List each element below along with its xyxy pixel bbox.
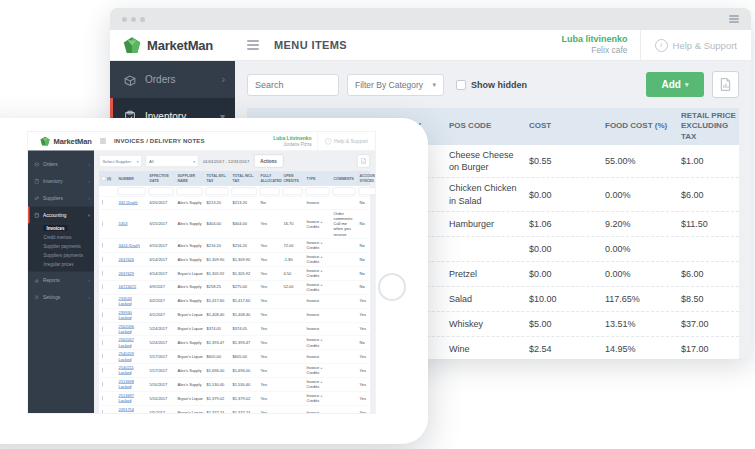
actions-button[interactable]: Actions bbox=[254, 155, 284, 168]
column-header-accounting-synced[interactable]: ACCOUNTING SYNCED bbox=[357, 173, 375, 185]
row-checkbox[interactable] bbox=[102, 243, 103, 249]
select-all-header[interactable]: (0) bbox=[99, 177, 116, 181]
row-checkbox[interactable] bbox=[102, 368, 103, 374]
column-header-total-exl-tax[interactable]: TOTAL EXL. TAX bbox=[204, 173, 230, 185]
help-support-button[interactable]: i Help & Support bbox=[640, 30, 751, 60]
column-header-supplier-name[interactable]: SUPPLIER NAME bbox=[175, 173, 204, 185]
invoice-number-link[interactable]: 2540209 bbox=[119, 352, 135, 357]
row-checkbox[interactable] bbox=[102, 340, 103, 346]
column-header-type[interactable]: TYPE bbox=[304, 175, 331, 182]
filter-input-date[interactable] bbox=[149, 187, 174, 195]
user-menu[interactable]: Luba litvinenko Felix cafe bbox=[562, 34, 640, 57]
filter-input-total-exl[interactable] bbox=[206, 187, 229, 195]
category-filter-select[interactable]: Filter By Category ▾ bbox=[347, 74, 444, 96]
column-header-total-incl-tax[interactable]: TOTAL INCL. TAX bbox=[230, 173, 258, 185]
column-header-cost[interactable]: COST bbox=[521, 118, 597, 134]
invoice-number-link[interactable]: 3424 (Draft) bbox=[119, 243, 140, 248]
row-checkbox[interactable] bbox=[102, 326, 103, 332]
invoice-number-link[interactable]: 239930 bbox=[119, 310, 132, 315]
export-report-button[interactable] bbox=[357, 155, 370, 168]
invoice-number-link[interactable]: 2637626 bbox=[119, 257, 135, 262]
locked-tag[interactable]: Locked bbox=[119, 371, 147, 376]
column-header-number[interactable]: NUMBER bbox=[116, 175, 147, 182]
locked-tag[interactable]: Locked bbox=[119, 398, 147, 403]
filter-input-supplier[interactable] bbox=[177, 187, 203, 195]
column-header-retail-price[interactable]: RETAIL PRICE EXCLUDING TAX bbox=[673, 108, 739, 145]
invoice-number-link[interactable]: 16723472 bbox=[119, 285, 137, 290]
filter-input-number[interactable] bbox=[118, 187, 146, 195]
table-row[interactable]: 16723472 6/9/2017 Alex's Supply $258.25 … bbox=[99, 281, 370, 295]
sidebar-item-suppliers[interactable]: Suppliers › bbox=[28, 190, 94, 207]
filter-input-type[interactable] bbox=[306, 187, 330, 195]
table-row[interactable]: 2491754 Locked 5/5/2017 Bryan's Liquor $… bbox=[99, 406, 370, 413]
row-checkbox[interactable] bbox=[102, 409, 103, 413]
sidebar-subitem-irregular-prices[interactable]: Irregular prices bbox=[28, 260, 94, 269]
browser-menu-icon[interactable] bbox=[729, 14, 739, 25]
sidebar-subitem-supplier-payments[interactable]: Supplier payments bbox=[28, 242, 94, 251]
supplier-filter-select[interactable]: Select Supplier ▾ bbox=[99, 155, 142, 167]
row-checkbox[interactable] bbox=[102, 312, 103, 318]
row-checkbox[interactable] bbox=[102, 284, 103, 290]
column-header-food-cost[interactable]: FOOD COST (%) bbox=[597, 118, 673, 134]
search-input[interactable] bbox=[247, 74, 339, 96]
tablet-home-button[interactable] bbox=[378, 273, 406, 301]
row-checkbox[interactable] bbox=[102, 354, 103, 360]
locked-tag[interactable]: Locked bbox=[119, 301, 147, 306]
row-checkbox[interactable] bbox=[102, 270, 103, 276]
locked-tag[interactable]: Locked bbox=[119, 412, 147, 413]
invoice-number-link[interactable]: 2562057 bbox=[119, 338, 135, 343]
table-row[interactable]: 3424 (Draft) 6/15/2017 Alex's Supply $21… bbox=[99, 239, 370, 253]
hamburger-menu-icon[interactable] bbox=[247, 38, 259, 52]
table-row[interactable]: 2562096 Locked 5/24/2017 Bryan's Liquor … bbox=[99, 322, 370, 336]
sidebar-subitem-invoices[interactable]: Invoices bbox=[28, 224, 94, 233]
filter-input-comments[interactable] bbox=[333, 187, 356, 195]
row-checkbox[interactable] bbox=[102, 256, 103, 262]
locked-tag[interactable]: Locked bbox=[119, 315, 147, 320]
column-header-comments[interactable]: COMMENTS bbox=[331, 175, 357, 182]
export-report-button[interactable] bbox=[712, 71, 739, 98]
locked-tag[interactable]: Locked bbox=[119, 329, 147, 334]
invoice-number-link[interactable]: 2540211 bbox=[119, 365, 134, 370]
table-row[interactable]: 5353 6/15/2017 Alex's Supply $404.00 $40… bbox=[99, 210, 370, 239]
sidebar-item-inventory[interactable]: Inventory › bbox=[28, 173, 94, 190]
filter-input-synced[interactable] bbox=[359, 187, 376, 195]
table-row[interactable]: 332 (Draft) 6/20/2017 Alex's Supply $213… bbox=[99, 197, 370, 210]
invoice-number-link[interactable]: 5353 bbox=[119, 221, 128, 226]
add-button[interactable]: Add ▾ bbox=[646, 72, 704, 97]
sidebar-item-orders[interactable]: Orders › bbox=[28, 156, 94, 173]
invoice-number-link[interactable]: 2513697 bbox=[119, 393, 135, 398]
user-menu[interactable]: Luba Litvinenko Jordans Pizza bbox=[273, 135, 317, 147]
select-all-checkbox[interactable] bbox=[102, 177, 106, 181]
filter-input-total-incl[interactable] bbox=[232, 187, 257, 195]
table-row[interactable]: 233043 Locked 6/2/2017 Alex's Supply $1,… bbox=[99, 295, 370, 309]
table-row[interactable]: 239930 Locked 6/1/2017 Bryan's Liquor $1… bbox=[99, 308, 370, 322]
column-header-pos-code[interactable]: POS CODE bbox=[441, 118, 521, 134]
invoice-number-link[interactable]: 2562096 bbox=[119, 324, 135, 329]
show-hidden-toggle[interactable]: Show hidden bbox=[456, 80, 527, 90]
sidebar-item-accounting[interactable]: Accounting ▾ bbox=[28, 207, 94, 224]
invoice-number-link[interactable]: 332 (Draft) bbox=[119, 200, 138, 205]
filter-input-open-credits[interactable] bbox=[283, 187, 303, 195]
column-header-open-credits[interactable]: OPEN CREDITS bbox=[281, 173, 304, 185]
invoice-number-link[interactable]: 233043 bbox=[119, 296, 132, 301]
row-checkbox[interactable] bbox=[102, 221, 103, 227]
locked-tag[interactable]: Locked bbox=[119, 357, 147, 362]
table-row[interactable]: 2562057 Locked 5/24/2017 Alex's Supply $… bbox=[99, 336, 370, 350]
table-row[interactable]: 2540211 Locked 5/17/2017 Alex's Supply $… bbox=[99, 364, 370, 378]
invoice-number-link[interactable]: 2637629 bbox=[119, 271, 135, 276]
hamburger-menu-icon[interactable] bbox=[100, 138, 106, 145]
row-checkbox[interactable] bbox=[102, 298, 103, 304]
sidebar-subitem-credit-memos[interactable]: Credit memos bbox=[28, 233, 94, 242]
table-row[interactable]: 2513697 Locked 5/10/2017 Bryan's Liquor … bbox=[99, 392, 370, 406]
sidebar-subitem-suppliers-payments[interactable]: Suppliers payments bbox=[28, 251, 94, 260]
table-row[interactable]: 2637629 6/14/2017 Bryan's Liquor $1,305.… bbox=[99, 267, 370, 281]
sidebar-item-reports[interactable]: Reports › bbox=[28, 272, 94, 289]
row-checkbox[interactable] bbox=[102, 381, 103, 387]
date-range-picker[interactable]: 01/01/2017 - 12/31/2017 bbox=[202, 159, 250, 164]
column-header-fully-allocated[interactable]: FULLY ALLOCATED bbox=[258, 173, 281, 185]
table-row[interactable]: 2637626 6/14/2017 Alex's Supply $1,309.9… bbox=[99, 253, 370, 267]
sidebar-item-orders[interactable]: Orders › bbox=[110, 61, 235, 98]
help-support-button[interactable]: i Help & Support bbox=[318, 132, 375, 150]
table-row[interactable]: 2513698 Locked 5/10/2017 Alex's Supply $… bbox=[99, 378, 370, 392]
type-filter-select[interactable]: All ▾ bbox=[146, 155, 199, 167]
